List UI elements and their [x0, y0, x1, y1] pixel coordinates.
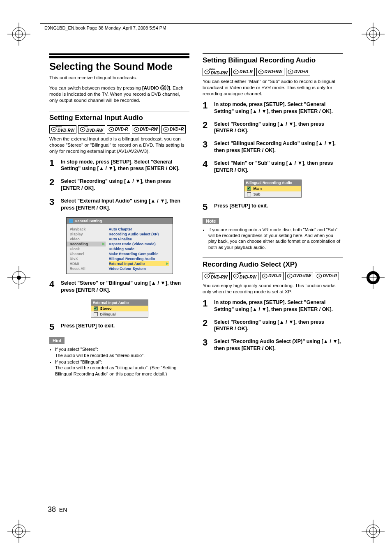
menu-left-item: Playback — [67, 227, 106, 232]
note-list: If you are recording onto a VR mode disc… — [203, 227, 343, 250]
page-title: Selecting the Sound Mode — [49, 56, 189, 72]
hint-label: Hint — [49, 337, 65, 344]
hint-list: If you select "Stereo":The audio will be… — [49, 346, 189, 376]
checkbox-icon — [94, 312, 98, 316]
svg-point-31 — [136, 129, 137, 130]
bilingual-body: You can select either "Main" or "Sub" au… — [203, 78, 343, 97]
menu-right-item: External Input Audio — [109, 261, 169, 266]
svg-point-35 — [207, 71, 208, 72]
disc-badge-dvdplusr: DVD+R — [315, 272, 339, 280]
header-rule — [40, 23, 352, 24]
menu-right-item: Bilingual Recording Audio — [109, 256, 169, 261]
small-menu-row: Sub — [244, 191, 301, 197]
note-label: Note — [203, 218, 219, 224]
menu-left-item: Reset All — [67, 266, 106, 271]
steps-xp: In stop mode, press [SETUP]. Select "Gen… — [203, 299, 343, 352]
crop-mark-cr — [362, 266, 385, 289]
small-menu-row: ✔Main — [244, 186, 301, 191]
hint-item: If you select "Bilingual":The audio will… — [55, 359, 189, 377]
menu-right-item: Recording Audio Select (XP) — [109, 232, 169, 237]
steps-external-input-end: Press [SETUP] to exit. — [49, 322, 189, 329]
step-b5: Press [SETUP] to exit. — [203, 203, 343, 210]
step-b1: In stop mode, press [SETUP]. Select "Gen… — [203, 101, 343, 115]
disc-badge-dvdplusrw: DVD+RW — [285, 272, 313, 280]
disc-badge-dvdplusrw: DVD+RW — [132, 125, 160, 134]
steps-bilingual: In stop mode, press [SETUP]. Select "Gen… — [203, 101, 343, 174]
disc-badge-dvd-rw: VideoDVD-RW — [203, 68, 230, 76]
steps-external-input: In stop mode, press [SETUP]. Select "Gen… — [49, 159, 189, 212]
audio-icon: ⓞ)) — [160, 85, 168, 91]
svg-point-25 — [53, 129, 55, 130]
step-x1: In stop mode, press [SETUP]. Select "Gen… — [203, 299, 343, 313]
external-input-body: When the external input audio is a bilin… — [49, 136, 189, 154]
checkbox-icon: ✔ — [247, 187, 251, 191]
disc-badge-dvd-r: DVD-R — [260, 272, 284, 280]
disc-badge-dvd-rw: VideoDVD-RW — [203, 272, 230, 280]
crop-mark-br — [362, 520, 385, 543]
menu-left-item: DivX — [67, 256, 106, 261]
disc-badge-dvd-rw: VRDVD-RW — [78, 125, 105, 134]
checkbox-icon: ✔ — [94, 306, 98, 311]
svg-point-41 — [290, 71, 291, 72]
step-b3: Select "Bilingual Recording Audio" using… — [203, 140, 343, 154]
steps-external-input-cont: Select "Stereo" or "Bilingual" using [▲ … — [49, 280, 189, 294]
small-menu-title: External Input Audio — [91, 300, 148, 306]
menu-title: General Setting — [67, 218, 173, 224]
svg-point-49 — [289, 276, 290, 276]
menu-left-item: Video — [67, 237, 106, 242]
menu-right-item: Video Colour System — [109, 266, 169, 271]
disc-badge-dvdplusr: DVD+R — [161, 125, 186, 134]
subheading-external-input: Setting External Input Audio — [49, 111, 189, 122]
svg-point-51 — [318, 276, 320, 276]
title-rule — [49, 53, 189, 55]
step-x2: Select "Recording" using [▲ / ▼], then p… — [203, 319, 343, 333]
menu-left-item: Recording — [67, 242, 106, 246]
menu-left-item: HDMI — [67, 261, 106, 266]
disc-badge-dvdplusr: DVD+R — [286, 68, 310, 76]
step-5: Press [SETUP] to exit. — [49, 322, 189, 329]
crop-mark-tr — [362, 23, 385, 46]
menu-right-item: Aspect Ratio (Video mode) — [109, 242, 169, 246]
menu-icon — [69, 219, 73, 223]
menu-left-item: Clock — [67, 246, 106, 251]
disc-badge-dvd-r: DVD-R — [231, 68, 255, 76]
menu-left-item: Display — [67, 232, 106, 237]
onscreen-menu-bilingual-audio: Bilingual Recording Audio ✔MainSub — [244, 180, 302, 198]
disc-badges-row-2: VideoDVD-RWDVD-RDVD+RWDVD+R — [203, 68, 343, 76]
menu-right-item: Make Recording Compatible — [109, 251, 169, 256]
onscreen-menu-external-input-audio: External Input Audio ✔StereoBilingual — [91, 299, 148, 318]
svg-point-29 — [111, 129, 112, 130]
disc-badges-row-3: VideoDVD-RWVRDVD-RWDVD-RDVD+RWDVD+R — [203, 272, 343, 280]
running-head: E9NG1BD_EN.book Page 38 Monday, April 7,… — [44, 25, 166, 30]
svg-point-43 — [207, 276, 208, 276]
menu-right-item: Auto Chapter — [109, 227, 169, 232]
intro-1: This unit can receive bilingual broadcas… — [49, 75, 189, 81]
menu-left-item: Channel — [67, 251, 106, 256]
small-menu-row: ✔Stereo — [91, 306, 148, 311]
small-menu-title: Bilingual Recording Audio — [244, 180, 301, 186]
disc-badge-dvd-rw: VRDVD-RW — [231, 272, 258, 280]
crop-mark-bl — [7, 520, 30, 543]
svg-point-27 — [82, 129, 83, 130]
note-item: If you are recording onto a VR mode disc… — [208, 227, 343, 250]
menu-right-item: Dubbing Mode — [109, 246, 169, 251]
step-1: In stop mode, press [SETUP]. Select "Gen… — [49, 159, 189, 173]
subheading-bilingual: Setting Bilingual Recording Audio — [203, 53, 343, 64]
disc-badge-dvd-r: DVD-R — [107, 125, 130, 134]
svg-point-45 — [235, 276, 236, 276]
crop-mark-tl — [7, 23, 30, 46]
page-number: 38 EN — [48, 505, 67, 514]
checkbox-icon — [247, 192, 251, 196]
onscreen-menu-general-setting: General Setting PlaybackDisplayVideoReco… — [66, 217, 173, 274]
svg-point-33 — [165, 129, 166, 130]
hint-item: If you select "Stereo":The audio will be… — [55, 346, 189, 358]
intro-2: You can switch between modes by pressing… — [49, 85, 189, 104]
svg-point-39 — [260, 71, 261, 72]
step-b4: Select "Main" or "Sub" using [▲ / ▼], th… — [203, 160, 343, 174]
crop-mark-cl — [7, 266, 30, 289]
xp-body: You can enjoy high quality sound recordi… — [203, 283, 343, 295]
subheading-recording-audio-xp: Recording Audio Select (XP) — [203, 258, 343, 269]
step-4: Select "Stereo" or "Bilingual" using [▲ … — [49, 280, 189, 294]
steps-bilingual-end: Press [SETUP] to exit. — [203, 203, 343, 210]
svg-point-47 — [264, 276, 265, 276]
